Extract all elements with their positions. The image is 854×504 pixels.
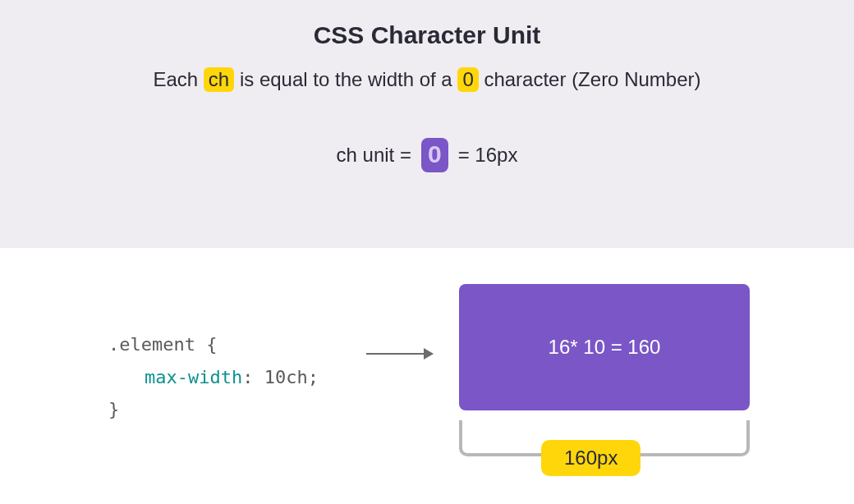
result-text: 16* 10 = 160 [549, 336, 661, 359]
subtitle-text-2: is equal to the width of a [234, 68, 457, 90]
code-selector: .element { [108, 334, 217, 355]
zero-pill: 0 [421, 138, 448, 172]
equation-row: ch unit = 0 = 16px [0, 138, 854, 172]
header-panel: CSS Character Unit Each ch is equal to t… [0, 0, 854, 248]
page-title: CSS Character Unit [0, 21, 854, 49]
result-box: 16* 10 = 160 [459, 284, 750, 410]
equation-right: = 16px [458, 144, 518, 167]
subtitle-text-3: character (Zero Number) [479, 68, 701, 90]
arrow-right-icon [366, 353, 432, 355]
code-value: : 10ch; [242, 367, 319, 387]
subtitle-text-1: Each [153, 68, 203, 90]
equation-left: ch unit = [337, 144, 411, 167]
width-badge: 160px [541, 440, 640, 476]
demo-panel: .element { max-width: 10ch; } 16* 10 = 1… [0, 248, 854, 504]
highlight-ch: ch [204, 67, 234, 92]
highlight-zero: 0 [457, 67, 478, 92]
code-close: } [108, 399, 119, 419]
code-property: max-width [108, 367, 242, 387]
code-block: .element { max-width: 10ch; } [108, 328, 319, 426]
subtitle: Each ch is equal to the width of a 0 cha… [0, 67, 854, 92]
